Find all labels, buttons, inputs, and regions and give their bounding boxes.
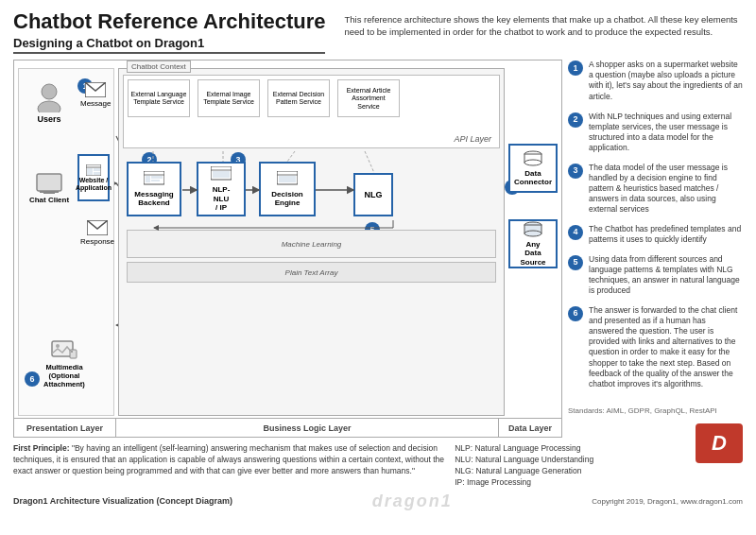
sidebar-text-6: The answer is forwarded to the chat clie… [589, 305, 743, 388]
sidebar-num-5: 5 [568, 255, 583, 270]
sidebar-text-4: The Chatbot has predefined templates and… [589, 224, 743, 245]
acronym-ip: IP: Image Processing [455, 477, 743, 489]
multimedia-icon [51, 340, 77, 361]
business-layer-label: Business Logic Layer [116, 419, 499, 437]
ext-image-service: External ImageTemplate Service [198, 79, 260, 117]
svg-rect-38 [151, 176, 163, 179]
any-data-source-label: AnyDataSource [520, 240, 545, 268]
footer-row: Dragon1 Architecture Visualization (Conc… [13, 492, 743, 511]
decision-engine-icon [277, 171, 298, 188]
presentation-layer-box: 1 Users Message [18, 68, 114, 416]
website-application-component: Website /Application [77, 154, 110, 201]
chatbot-context-box: Chatbot Context External LanguageTemplat… [118, 68, 505, 416]
svg-point-19 [42, 84, 57, 99]
svg-point-60 [524, 231, 541, 236]
response-component: Response [80, 220, 114, 246]
chat-client-label: Chat Client [25, 196, 74, 204]
sidebar-item-4: 4 The Chatbot has predefined templates a… [568, 224, 743, 245]
sidebar-num-3: 3 [568, 164, 583, 179]
sidebar-num-2: 2 [568, 112, 583, 128]
message-component: Message [80, 82, 111, 108]
header: Chatbot Reference Architecture Designing… [13, 9, 743, 54]
api-layer-label: API Layer [454, 134, 491, 144]
chatbot-context-label: Chatbot Context [127, 60, 191, 73]
data-layer-label: Data Layer [499, 419, 561, 437]
decision-engine-component: DecisionEngine [259, 162, 316, 216]
svg-rect-42 [213, 171, 230, 178]
website-icon [86, 164, 101, 176]
nlg-component: NLG [353, 173, 393, 216]
badge-6: 6 [25, 371, 40, 387]
chat-client-component: Chat Client [25, 173, 74, 204]
footer-right: Copyright 2019, Dragon1, www.dragon1.com [592, 497, 743, 506]
messaging-backend-label: MessagingBackend [134, 190, 173, 208]
principle-section: First Principle: "By having an intellige… [13, 443, 445, 489]
svg-rect-33 [70, 350, 77, 358]
principle-label: First Principle: [13, 443, 70, 453]
nlp-nlu-component: NLP-NLU/ IP [197, 162, 246, 216]
standards-section: Standards: AIML, GDPR, GraphQL, RestAPI [568, 403, 743, 415]
diagram-area: 1 Users Message [13, 60, 562, 438]
machine-learning-label: Machine Learning [282, 240, 342, 249]
main-content: 1 Users Message [13, 60, 743, 438]
svg-point-34 [71, 351, 73, 353]
acronym-nlp: NLP: Natural Language Processing [455, 443, 743, 455]
header-left: Chatbot Reference Architecture Designing… [13, 9, 325, 54]
chat-client-icon [36, 173, 62, 194]
svg-line-53 [287, 151, 295, 162]
sidebar-num-1: 1 [568, 60, 583, 76]
plain-text-box: Plain Text Array [127, 262, 496, 283]
data-connector-component: DataConnector [508, 144, 558, 193]
any-data-source-icon [524, 221, 542, 237]
sidebar-item-6: 6 The answer is forwarded to the chat cl… [568, 305, 743, 388]
messaging-backend-component: MessagingBackend [127, 162, 181, 216]
header-description: This reference architecture shows the ke… [344, 9, 743, 39]
sidebar-item-1: 1 A shopper asks on a supermarket websit… [568, 60, 743, 101]
svg-rect-28 [94, 168, 100, 171]
sidebar-text-3: The data model of the user message is ha… [589, 163, 743, 215]
sidebar-num-6: 6 [568, 306, 583, 321]
standards-text: Standards: AIML, GDPR, GraphQL, RestAPI [568, 406, 743, 415]
api-layer-box: External LanguageTemplate Service Extern… [123, 75, 500, 148]
sidebar-item-2: 2 With NLP techniques and using external… [568, 112, 743, 153]
sidebar-text-1: A shopper asks on a supermarket website … [589, 60, 743, 101]
sidebar-text-5: Using data from different sources and la… [589, 254, 743, 296]
response-label: Response [80, 237, 114, 246]
data-connector-label: DataConnector [514, 169, 552, 187]
multimedia-label: Multimedia(OptionalAttachment) [40, 363, 89, 388]
messaging-backend-icon [144, 171, 164, 188]
acronym-nlg: NLG: Natural Language Generation [455, 466, 743, 477]
acronyms-section: NLP: Natural Language Processing NLU: Na… [455, 443, 743, 489]
website-application-label: Website /Application [76, 177, 112, 193]
presentation-layer-label: Presentation Layer [14, 419, 116, 437]
nlg-label: NLG [365, 190, 383, 199]
svg-line-54 [365, 151, 374, 173]
svg-rect-23 [40, 191, 59, 193]
plain-text-label: Plain Text Array [285, 268, 338, 277]
data-connector-icon [524, 150, 542, 167]
message-label: Message [80, 99, 111, 108]
users-component: Users [25, 82, 74, 124]
sidebar-text-2: With NLP techniques and using external t… [589, 112, 743, 153]
acronym-nlu: NLU: Natural Language Understanding [455, 455, 743, 466]
sidebar-num-4: 4 [568, 225, 583, 240]
svg-rect-27 [87, 168, 93, 175]
any-data-source-component: AnyDataSource [508, 219, 558, 268]
svg-point-32 [56, 344, 60, 348]
footer-left: Dragon1 Architecture Visualization (Conc… [13, 496, 232, 506]
user-icon [34, 82, 64, 112]
multimedia-component: Multimedia(OptionalAttachment) [40, 340, 89, 388]
response-envelope-icon [87, 220, 108, 235]
layers-row: Presentation Layer Business Logic Layer … [14, 418, 561, 437]
bottom-section: First Principle: "By having an intellige… [13, 443, 743, 489]
ext-decision-service: External DecisionPattern Service [267, 79, 330, 117]
svg-rect-45 [279, 176, 296, 182]
users-label: Users [25, 114, 74, 124]
svg-point-20 [38, 101, 60, 112]
sidebar-item-5: 5 Using data from different sources and … [568, 254, 743, 296]
sidebar-item-3: 3 The data model of the user message is … [568, 163, 743, 215]
svg-rect-29 [94, 172, 100, 175]
sub-title: Designing a Chatbot on Dragon1 [13, 36, 325, 54]
nlp-icon [211, 166, 232, 183]
machine-learning-box: Machine Learning [127, 230, 496, 258]
